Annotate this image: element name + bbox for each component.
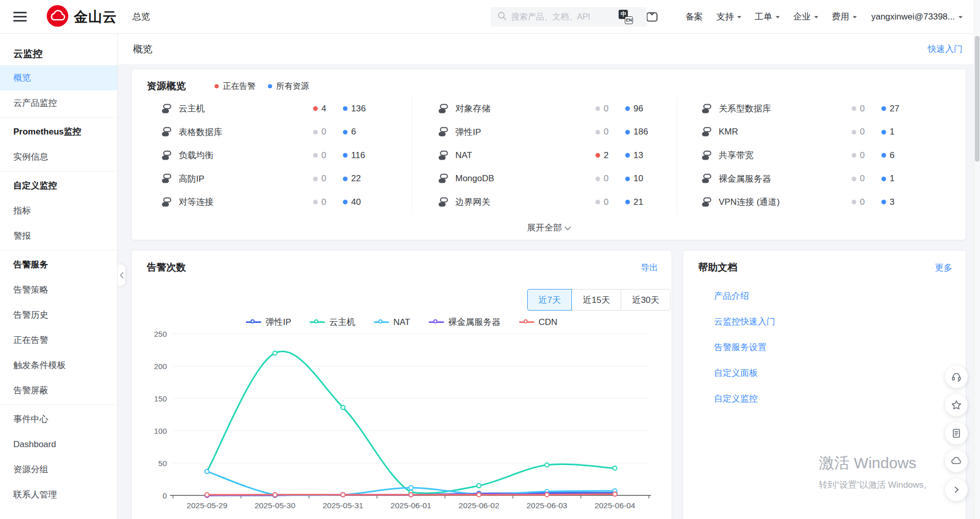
resource-name: 高防IP [179, 173, 204, 185]
svg-text:2025-06-03: 2025-06-03 [527, 501, 567, 510]
total-count: 116 [343, 150, 379, 161]
blue-dot-icon [881, 130, 886, 134]
resource-row-VPN连接 (通道)[interactable]: VPN连接 (通道)03 [701, 190, 917, 214]
sidebar-section-header: Prometheus监控 [0, 119, 117, 144]
search-icon [497, 11, 507, 23]
resource-row-共享带宽[interactable]: 共享带宽06 [701, 144, 917, 167]
sidebar-collapse-handle[interactable] [118, 264, 126, 286]
total-count: 6 [343, 127, 379, 137]
resource-type-icon [701, 126, 712, 138]
resource-row-边界网关[interactable]: 边界网关021 [437, 190, 661, 214]
support-headset-button[interactable] [945, 366, 968, 388]
resource-column: 云主机4136表格数据库06负载均衡0116高防IP022对等连接040 [132, 97, 412, 214]
navbar-right: 中 EN 备案支持工单企业费用 yangxinwei@73398... [619, 10, 980, 24]
resource-name: 对等连接 [179, 196, 214, 208]
blue-dot-icon [625, 200, 630, 204]
blue-dot-icon [343, 200, 348, 204]
sidebar-item-概览[interactable]: 概览 [0, 65, 117, 90]
resource-name: 裸金属服务器 [719, 173, 771, 185]
navbar-menu: 备案支持工单企业费用 [672, 11, 857, 23]
svg-text:2025-06-04: 2025-06-04 [594, 501, 636, 510]
resource-row-对象存储[interactable]: 对象存储096 [437, 97, 661, 121]
nav-item-企业[interactable]: 企业 [793, 11, 818, 23]
alarming-count: 0 [595, 104, 625, 114]
sidebar-item-告警历史[interactable]: 告警历史 [0, 302, 117, 328]
sidebar-item-告警策略[interactable]: 告警策略 [0, 277, 117, 302]
user-account-menu[interactable]: yangxinwei@73398... [871, 12, 963, 22]
scrollbar-track[interactable] [974, 0, 980, 519]
resource-row-NAT[interactable]: NAT213 [437, 144, 661, 167]
resource-row-高防IP[interactable]: 高防IP022 [161, 167, 379, 191]
alarming-count: 0 [852, 104, 881, 114]
alarming-count: 4 [313, 104, 343, 114]
export-link[interactable]: 导出 [641, 262, 658, 274]
message-icon[interactable] [645, 10, 659, 24]
feedback-button[interactable] [945, 450, 968, 472]
sidebar-item-触发条件模板[interactable]: 触发条件模板 [0, 353, 117, 378]
scrollbar-thumb[interactable] [975, 36, 979, 162]
expand-all-button[interactable]: 展开全部 [132, 222, 966, 234]
survey-button[interactable] [945, 422, 968, 445]
resource-row-裸金属服务器[interactable]: 裸金属服务器01 [701, 167, 917, 191]
gray-dot-icon [595, 130, 600, 134]
resource-row-MongoDB[interactable]: MongoDB010 [437, 167, 661, 191]
collapse-panel-button[interactable] [945, 478, 968, 501]
brand-name: 金山云 [74, 8, 117, 26]
resource-row-KMR[interactable]: KMR01 [701, 121, 917, 144]
language-switch-icon[interactable]: 中 EN [619, 10, 633, 24]
gray-dot-icon [595, 177, 600, 181]
help-link-自定义面板[interactable]: 自定义面板 [714, 360, 775, 386]
resource-name: NAT [455, 150, 472, 161]
sidebar-item-告警屏蔽[interactable]: 告警屏蔽 [0, 378, 117, 403]
help-link-自定义监控[interactable]: 自定义监控 [714, 386, 775, 412]
alarming-count: 0 [852, 197, 881, 207]
nav-overview-link[interactable]: 总览 [132, 11, 150, 23]
resource-row-云主机[interactable]: 云主机4136 [161, 97, 379, 121]
resource-row-对等连接[interactable]: 对等连接040 [161, 190, 379, 214]
sidebar-item-警报[interactable]: 警报 [0, 223, 117, 248]
sidebar-item-实例信息[interactable]: 实例信息 [0, 144, 117, 169]
sidebar-item-云产品监控[interactable]: 云产品监控 [0, 90, 117, 116]
quick-start-link[interactable]: 快速入门 [928, 43, 963, 55]
alarming-count: 0 [595, 127, 625, 137]
sidebar-item-指标[interactable]: 指标 [0, 198, 117, 223]
help-link-产品介绍[interactable]: 产品介绍 [714, 283, 775, 309]
nav-item-备案[interactable]: 备案 [685, 11, 703, 23]
sidebar-item-联系人管理[interactable]: 联系人管理 [0, 482, 117, 507]
resource-type-icon [161, 173, 172, 184]
total-count: 6 [881, 150, 917, 161]
help-link-告警服务设置[interactable]: 告警服务设置 [714, 335, 775, 360]
more-link[interactable]: 更多 [935, 262, 952, 274]
nav-item-支持[interactable]: 支持 [716, 11, 741, 23]
help-link-云监控快速入门[interactable]: 云监控快速入门 [714, 309, 775, 335]
alarming-count: 2 [595, 150, 625, 161]
resource-row-关系型数据库[interactable]: 关系型数据库027 [701, 97, 917, 121]
resource-row-弹性IP[interactable]: 弹性IP0186 [437, 121, 661, 144]
sidebar-item-Dashboard[interactable]: Dashboard [0, 432, 117, 457]
resource-type-icon [437, 150, 449, 161]
chevron-down-icon [737, 16, 741, 20]
favorite-button[interactable] [945, 394, 968, 416]
red-dot-icon [215, 84, 219, 88]
resource-type-icon [161, 150, 172, 161]
nav-item-费用[interactable]: 费用 [832, 11, 857, 23]
tab-近30天[interactable]: 近30天 [621, 289, 670, 311]
tab-近7天[interactable]: 近7天 [527, 289, 572, 311]
resource-type-icon [701, 150, 712, 161]
nav-item-工单[interactable]: 工单 [755, 11, 780, 23]
tab-近15天[interactable]: 近15天 [571, 289, 621, 311]
sidebar-item-资源分组[interactable]: 资源分组 [0, 457, 117, 482]
resource-type-icon [701, 173, 712, 184]
chevron-down-icon [565, 226, 571, 230]
sidebar-item-事件中心[interactable]: 事件中心 [0, 407, 117, 432]
sidebar-item-正在告警[interactable]: 正在告警 [0, 328, 117, 353]
resource-row-负载均衡[interactable]: 负载均衡0116 [161, 144, 379, 167]
brand-logo[interactable]: 金山云 [46, 5, 117, 29]
resource-type-icon [161, 103, 172, 114]
resource-name: 关系型数据库 [719, 103, 771, 114]
blue-dot-icon [343, 177, 348, 181]
resource-row-表格数据库[interactable]: 表格数据库06 [161, 121, 379, 144]
svg-text:2025-05-30: 2025-05-30 [255, 501, 296, 510]
hamburger-menu-icon[interactable] [13, 9, 27, 24]
blue-dot-icon [625, 177, 630, 181]
